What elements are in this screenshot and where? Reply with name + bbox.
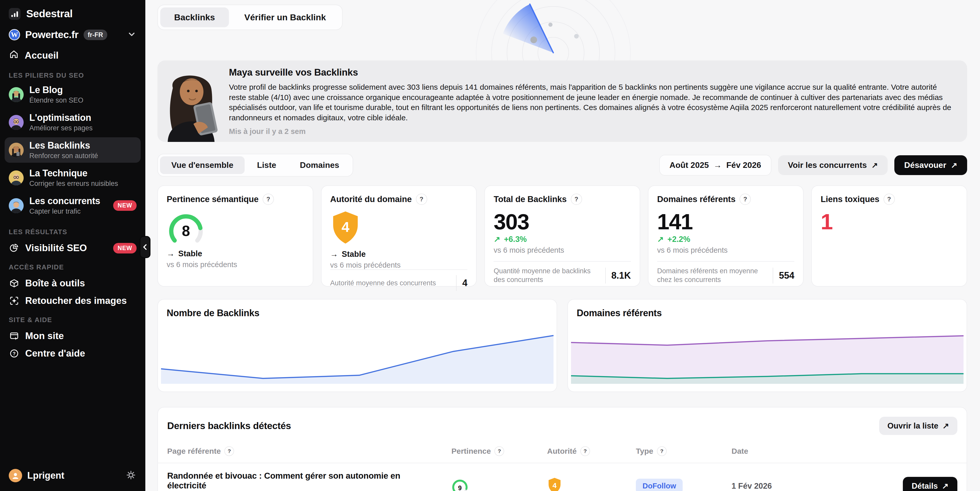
avatar-concurrents	[9, 198, 24, 213]
sidebar-item-toolbox[interactable]: Boîte à outils	[9, 278, 137, 289]
help-tooltip-icon[interactable]: ?	[224, 446, 234, 456]
gear-icon[interactable]	[125, 469, 137, 482]
section-label-results: LES RÉSULTATS	[9, 228, 137, 236]
view-competitors-button[interactable]: Voir les concurrents ↗	[778, 155, 888, 175]
view-tab-domains[interactable]: Domaines	[289, 156, 351, 174]
view-segmented-control: Vue d'ensemble Liste Domaines	[158, 154, 353, 176]
svg-text:8: 8	[182, 222, 190, 239]
sidebar-item-label: L'optimisation	[29, 112, 92, 123]
sidebar-item-home[interactable]: Accueil	[9, 49, 137, 62]
svg-text:4: 4	[341, 219, 349, 235]
help-tooltip-icon[interactable]: ?	[416, 194, 427, 205]
arrow-right-icon: →	[714, 160, 722, 170]
sidebar-item-mon-site[interactable]: Mon site	[9, 331, 137, 342]
help-tooltip-icon[interactable]: ?	[657, 446, 667, 456]
avatar-blog	[9, 87, 24, 102]
help-tooltip-icon[interactable]: ?	[740, 194, 751, 205]
avatar-optimisation	[9, 115, 24, 130]
stat-card-domaines-referents: Domaines référents ? 141 ↗ +2.2% vs 6 mo…	[648, 185, 804, 287]
stat-footer: Quantité moyenne de backlinks des concur…	[493, 261, 631, 284]
backlinks-area-chart	[161, 334, 554, 384]
sidebar: Sedestral W Powertec.fr fr-FR Accueil LE…	[0, 0, 145, 491]
top-tabbar: Backlinks Vérifier un Backlink	[158, 5, 343, 30]
help-tooltip-icon[interactable]: ?	[883, 194, 895, 205]
sidebar-item-visibilite-seo[interactable]: Visibilité SEO NEW	[9, 243, 137, 253]
sidebar-item-sub: Améliorer ses pages	[29, 124, 92, 132]
sidebar-item-backlinks[interactable]: Les Backlinks Renforcer son autorité	[5, 137, 141, 163]
help-tooltip-icon[interactable]: ?	[580, 446, 590, 456]
stat-value: 303	[493, 209, 631, 234]
sidebar-item-sub: Renforcer son autorité	[29, 152, 98, 160]
browser-icon	[9, 331, 19, 341]
sidebar-item-help-center[interactable]: ? Centre d'aide	[9, 348, 137, 359]
chart-card-backlinks: Nombre de Backlinks	[158, 299, 557, 392]
help-icon: ?	[9, 348, 19, 359]
date-from: Août 2025	[670, 160, 709, 170]
section-label-pillars: LES PILIERS DU SEO	[9, 72, 137, 79]
chevron-down-icon[interactable]	[127, 29, 137, 40]
chart-card-domaines: Domaines référents	[568, 299, 967, 392]
sidebar-item-label: Centre d'aide	[25, 348, 85, 359]
site-name: Powertec.fr	[25, 29, 78, 40]
pertinence-gauge: 8	[167, 211, 304, 246]
section-label-quick: ACCÈS RAPIDE	[9, 263, 137, 271]
sidebar-item-blog[interactable]: Le Blog Étendre son SEO	[5, 82, 141, 107]
help-tooltip-icon[interactable]: ?	[494, 446, 504, 456]
details-button[interactable]: Détails ↗	[903, 477, 958, 491]
view-tab-overview[interactable]: Vue d'ensemble	[160, 156, 245, 174]
sidebar-item-label: Accueil	[25, 50, 59, 61]
sidebar-item-sub: Capter leur trafic	[29, 207, 100, 215]
tab-backlinks[interactable]: Backlinks	[160, 8, 229, 27]
open-list-button[interactable]: Ouvrir la liste ↗	[879, 417, 958, 435]
table-row[interactable]: Randonnée et bivouac : Comment gérer son…	[167, 463, 958, 491]
locale-badge: fr-FR	[84, 30, 107, 40]
site-switcher[interactable]: W Powertec.fr fr-FR	[9, 29, 137, 40]
help-tooltip-icon[interactable]: ?	[571, 194, 582, 205]
disavow-button[interactable]: Désavouer ↗	[894, 155, 967, 175]
col-type: Type	[636, 447, 653, 456]
user-footer[interactable]: Lprigent	[9, 469, 137, 482]
trend-flat-icon: →	[330, 249, 338, 259]
autorite-mini-shield: 4	[547, 477, 636, 491]
maya-body: Votre profil de backlinks progresse soli…	[229, 82, 956, 122]
sidebar-item-optimisation[interactable]: L'optimisation Améliorer ses pages	[5, 110, 141, 135]
sidebar-item-concurrents[interactable]: Les concurrents Capter leur trafic NEW	[5, 193, 141, 218]
stat-card-pertinence: Pertinence sémantique ? 8 → Stable vs 6 …	[158, 185, 313, 287]
chart-title: Domaines référents	[577, 308, 958, 318]
stat-card-autorite: Autorité du domaine ? 4 → Stable vs 6 mo…	[321, 185, 477, 287]
trend: → Stable	[167, 249, 304, 258]
col-date: Date	[732, 447, 748, 456]
stat-card-total-backlinks: Total de Backlinks ? 303 ↗ +6.3% vs 6 mo…	[484, 185, 640, 287]
external-link-icon: ↗	[951, 160, 958, 170]
table-header-row: Page référente? Pertinence? Autorité? Ty…	[167, 446, 958, 456]
external-link-icon: ↗	[942, 481, 949, 491]
sidebar-item-sub: Étendre son SEO	[29, 96, 83, 104]
external-link-icon: ↗	[872, 160, 878, 170]
stats-grid: Pertinence sémantique ? 8 → Stable vs 6 …	[158, 185, 967, 287]
brand-name: Sedestral	[26, 8, 73, 20]
col-autorite: Autorité	[547, 447, 577, 456]
sidebar-item-label: Le Blog	[29, 84, 83, 95]
pertinence-mini-gauge: 9	[452, 478, 547, 491]
stat-card-liens-toxiques: Liens toxiques ? 1	[811, 185, 967, 287]
stat-title: Liens toxiques	[821, 194, 879, 204]
external-link-icon: ↗	[942, 421, 949, 431]
compare-label: vs 6 mois précédents	[330, 261, 468, 269]
user-avatar	[9, 469, 22, 482]
main-content: Backlinks Vérifier un Backlink	[145, 0, 980, 491]
pie-chart-icon	[9, 243, 19, 253]
sidebar-item-label: Les concurrents	[29, 195, 100, 207]
trend: ↗ +6.3%	[493, 234, 631, 244]
help-tooltip-icon[interactable]: ?	[262, 194, 274, 205]
backlink-date: 1 Fév 2026	[732, 481, 873, 491]
image-sparkle-icon	[9, 296, 19, 306]
svg-text:9: 9	[458, 484, 462, 491]
sidebar-item-technique[interactable]: La Technique Corriger les erreurs nuisib…	[5, 165, 141, 191]
tab-verify-backlink[interactable]: Vérifier un Backlink	[231, 8, 340, 27]
date-range-button[interactable]: Août 2025 → Fév 2026	[659, 155, 772, 176]
sidebar-item-retouch-images[interactable]: Retoucher des images	[9, 296, 137, 306]
view-tab-list[interactable]: Liste	[246, 156, 288, 174]
trend-up-icon: ↗	[493, 234, 500, 244]
sidebar-collapse-button[interactable]	[140, 236, 151, 258]
table-title: Derniers backlinks détectés	[167, 421, 291, 431]
